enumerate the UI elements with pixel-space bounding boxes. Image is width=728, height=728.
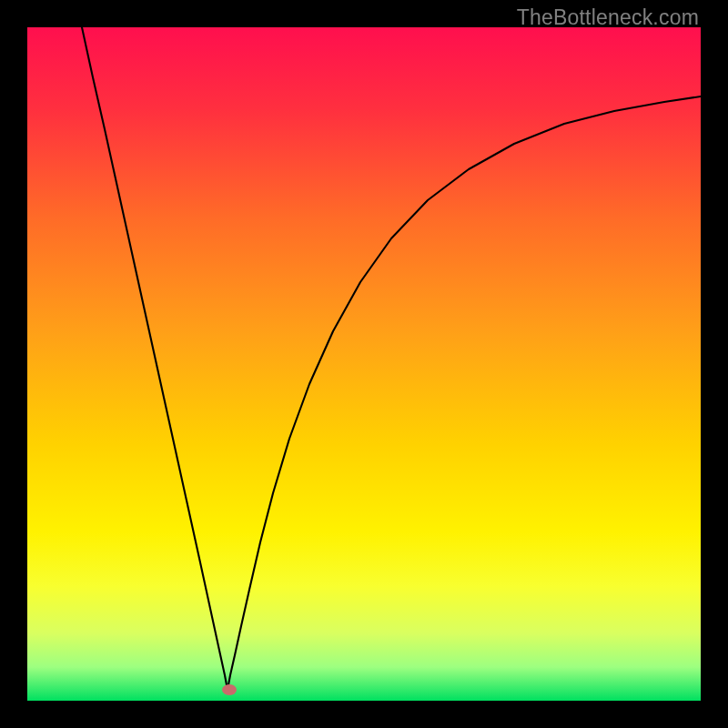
- optimum-marker: [222, 684, 237, 695]
- bottleneck-chart: [27, 27, 701, 701]
- watermark-text: TheBottleneck.com: [517, 5, 699, 30]
- gradient-background: [27, 27, 701, 701]
- chart-frame: [27, 27, 701, 701]
